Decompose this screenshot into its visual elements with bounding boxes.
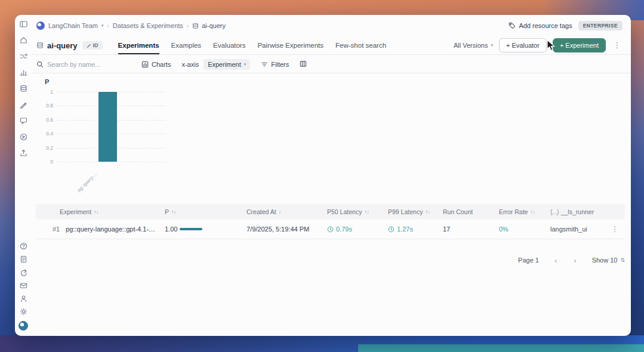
share-feedback-icon[interactable] (20, 268, 27, 276)
add-resource-tags-button[interactable]: Add resource tags (509, 22, 572, 29)
kebab-menu-icon[interactable]: ⋮ (612, 41, 623, 50)
page-indicator: Page 1 (518, 257, 539, 264)
wallpaper-teal-band (358, 344, 644, 352)
tab-evaluators[interactable]: Evaluators (213, 36, 245, 54)
app-window: LangChain Team ▾ › Datasets & Experiment… (15, 15, 631, 336)
team-avatar[interactable] (36, 21, 45, 30)
col-header-p[interactable]: P↑↓ (165, 208, 246, 215)
filters-button[interactable]: Filters (261, 61, 289, 68)
mail-icon[interactable] (20, 282, 27, 289)
add-experiment-button[interactable]: + Experiment (553, 38, 606, 53)
chart-bar (98, 92, 117, 162)
experiment-name-link[interactable]: pg::query-language::gpt-4.1-mini::1... (66, 226, 155, 233)
updown-icon: ⇅ (620, 257, 625, 263)
col-header-p99-latency[interactable]: P99 Latency↑↓ (388, 208, 443, 215)
page-size-select[interactable]: Show 10 ⇅ (592, 257, 625, 264)
xaxis-select[interactable]: Experiment ▾ (204, 59, 250, 70)
settings-gear-icon[interactable] (20, 308, 27, 316)
plan-badge: ENTERPRISE (578, 21, 623, 30)
main-area: LangChain Team ▾ › Datasets & Experiment… (32, 15, 631, 336)
breadcrumb: LangChain Team ▾ › Datasets & Experiment… (36, 21, 226, 30)
id-badge[interactable]: ID (82, 41, 103, 50)
col-header-error-rate[interactable]: Error Rate↑↓ (499, 208, 550, 215)
xaxis-control: x-axis Experiment ▾ (181, 59, 250, 70)
braces-icon: {…} (550, 209, 559, 215)
columns-icon (300, 60, 307, 67)
chart-icon (141, 61, 149, 68)
sort-icon: ↑↓ (364, 209, 369, 215)
tab-bar: Experiments Examples Evaluators Pairwise… (118, 36, 386, 54)
col-header-run-count[interactable]: Run Count (443, 208, 499, 215)
row-menu-icon[interactable]: ⋮ (605, 226, 625, 233)
chart-title: P (45, 78, 49, 85)
chevron-down-icon: ▾ (244, 62, 246, 67)
chevron-down-icon[interactable]: ▾ (101, 23, 104, 28)
sort-icon: ↓ (279, 209, 281, 215)
help-icon[interactable] (20, 242, 27, 250)
datasets-icon[interactable] (20, 85, 27, 92)
clock-icon (388, 226, 395, 233)
title-actions: All Versions ▾ + Evaluator + Experiment … (454, 38, 623, 53)
home-icon[interactable] (20, 36, 27, 44)
col-header-p50-latency[interactable]: P50 Latency↑↓ (327, 208, 388, 215)
p99-latency-cell: 1.27s (388, 226, 443, 233)
clock-icon (327, 226, 334, 233)
tab-pairwise-experiments[interactable]: Pairwise Experiments (257, 36, 323, 54)
breadcrumb-dataset[interactable]: ai-query (192, 22, 226, 29)
chart-plot (57, 92, 165, 162)
user-avatar[interactable] (19, 321, 28, 331)
add-evaluator-button[interactable]: + Evaluator (499, 38, 547, 53)
annotation-queues-icon[interactable] (20, 101, 27, 109)
divider (32, 54, 631, 55)
rail-top-group (20, 20, 27, 157)
pencil-icon (87, 43, 91, 48)
top-header-row: LangChain Team ▾ › Datasets & Experiment… (36, 20, 623, 32)
columns-button[interactable] (300, 59, 307, 70)
divider (32, 73, 631, 73)
tab-examples[interactable]: Examples (171, 36, 202, 54)
playground-icon[interactable] (20, 133, 27, 141)
p50-latency-cell: 0.79s (327, 226, 388, 233)
docs-icon[interactable] (20, 255, 27, 263)
toolbar: Charts x-axis Experiment ▾ Filters (36, 57, 623, 72)
charts-toggle[interactable]: Charts (141, 61, 171, 68)
search-input[interactable] (47, 61, 125, 68)
user-icon[interactable] (20, 295, 27, 302)
search-box (36, 61, 131, 68)
col-header-ls-runner[interactable]: {…}__ls_runner (550, 208, 605, 215)
table-header-row: Experiment↑↓ P↑↓ Created At↓ P50 Latency… (36, 204, 625, 220)
col-header-experiment[interactable]: Experiment↑↓ (36, 208, 165, 215)
breadcrumb-separator: › (107, 23, 109, 29)
deployments-icon[interactable] (20, 149, 27, 157)
tab-few-shot-search[interactable]: Few-shot search (335, 36, 386, 54)
rail-bottom-group (19, 242, 28, 331)
tab-experiments[interactable]: Experiments (118, 36, 159, 54)
next-page-button[interactable]: › (572, 256, 577, 265)
prev-page-button[interactable]: ‹ (553, 256, 558, 265)
table-row[interactable]: #1 pg::query-language::gpt-4.1-mini::1..… (36, 220, 625, 239)
left-nav-rail (15, 15, 32, 336)
database-icon (192, 23, 199, 29)
versions-dropdown[interactable]: All Versions ▾ (454, 42, 493, 49)
breadcrumb-section[interactable]: Datasets & Experiments (113, 22, 183, 29)
xaxis-label: x-axis (181, 61, 199, 68)
row-number: #1 (53, 226, 60, 233)
created-at-cell: 7/9/2025, 5:19:44 PM (246, 226, 327, 233)
sort-icon: ↑↓ (530, 209, 535, 215)
experiments-table: Experiment↑↓ P↑↓ Created At↓ P50 Latency… (36, 204, 625, 239)
page-title: ai-query (36, 41, 78, 50)
database-icon (36, 42, 44, 49)
monitoring-icon[interactable] (20, 69, 27, 76)
prompts-icon[interactable] (20, 117, 27, 125)
breadcrumb-team[interactable]: LangChain Team (48, 22, 98, 29)
pagination: Page 1 ‹ › Show 10 ⇅ (518, 253, 625, 267)
sort-icon: ↑↓ (171, 209, 176, 215)
p-score-bar (180, 228, 202, 230)
col-header-created-at[interactable]: Created At↓ (246, 208, 327, 215)
run-count-cell: 17 (443, 226, 499, 233)
filter-icon (261, 61, 268, 68)
tracing-projects-icon[interactable] (20, 53, 27, 60)
chart-x-tick-label: pg::query-... (62, 157, 112, 207)
sidebar-toggle-icon[interactable] (20, 20, 27, 28)
tag-icon (509, 22, 516, 29)
